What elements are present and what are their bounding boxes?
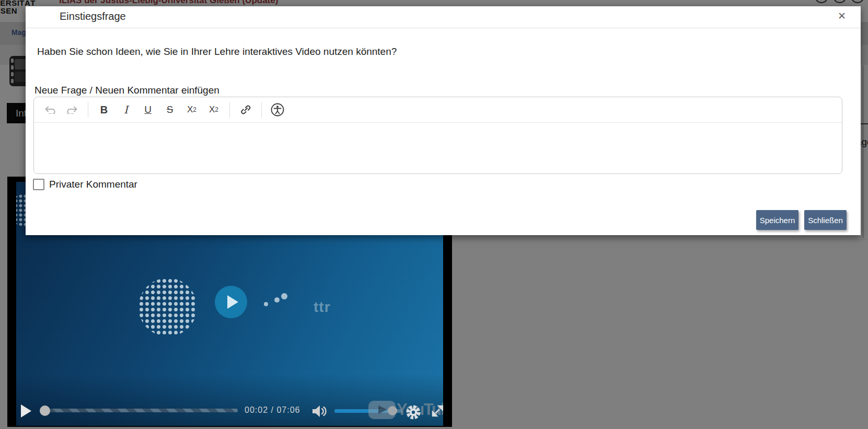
- play-button[interactable]: [20, 404, 32, 418]
- accessibility-icon[interactable]: [269, 101, 286, 119]
- halftone-circle: [138, 278, 197, 337]
- save-button[interactable]: Speichern: [756, 210, 798, 230]
- bold-button[interactable]: B: [95, 101, 113, 119]
- subscript-base: X: [187, 105, 193, 115]
- toolbar-separator: [88, 102, 88, 118]
- volume-icon[interactable]: [312, 405, 328, 418]
- time-current: 00:02: [245, 405, 268, 414]
- close-button[interactable]: Schließen: [804, 210, 847, 230]
- decorative-dot: [281, 293, 287, 299]
- superscript-base: X: [209, 105, 215, 115]
- editor-toolbar: B I U S X2 X2: [34, 97, 842, 123]
- youtube-logo-icon: [368, 401, 396, 419]
- strikethrough-button[interactable]: S: [161, 101, 179, 119]
- modal-header: Einstiegsfrage ✕: [26, 6, 861, 28]
- screen: ILIAS der Justus-Liebig-Universität Gieß…: [0, 0, 868, 429]
- video-watermark-text: ttr: [314, 299, 331, 316]
- subscript-button[interactable]: X2: [183, 101, 201, 119]
- time-total: 07:06: [276, 405, 300, 414]
- private-comment-row: Privater Kommentar: [33, 179, 137, 190]
- superscript-digit: 2: [215, 106, 218, 113]
- link-icon[interactable]: [237, 101, 254, 119]
- toolbar-separator: [229, 102, 230, 118]
- progress-scrubber[interactable]: [40, 405, 50, 416]
- question-text: Haben Sie schon Ideen, wie Sie in Ihrer …: [37, 46, 397, 57]
- fullscreen-icon[interactable]: [431, 404, 443, 418]
- time-separator: /: [271, 405, 274, 414]
- editor-content-area[interactable]: [34, 123, 842, 173]
- modal-close-icon[interactable]: ✕: [836, 10, 848, 22]
- italic-button[interactable]: I: [117, 101, 135, 119]
- decorative-dot: [264, 302, 268, 306]
- time-display: 00:02 / 07:06: [245, 405, 300, 415]
- subscript-digit: 2: [193, 106, 196, 113]
- richtext-editor: B I U S X2 X2: [33, 97, 842, 174]
- modal-dialog: Einstiegsfrage ✕ Haben Sie schon Ideen, …: [26, 6, 861, 235]
- undo-icon[interactable]: [41, 101, 59, 119]
- video-center-play-button[interactable]: [215, 286, 247, 318]
- toolbar-separator: [261, 102, 262, 118]
- superscript-button[interactable]: X2: [205, 101, 223, 119]
- youtube-play-triangle: [378, 405, 387, 414]
- progress-bar[interactable]: [40, 409, 238, 412]
- settings-gear-icon[interactable]: [406, 404, 421, 420]
- private-comment-label: Privater Kommentar: [49, 179, 137, 190]
- redo-icon[interactable]: [63, 101, 81, 119]
- decorative-dot: [274, 297, 280, 303]
- editor-label: Neue Frage / Neuen Kommentar einfügen: [34, 85, 219, 96]
- private-comment-checkbox[interactable]: [33, 179, 44, 190]
- underline-button[interactable]: U: [139, 101, 157, 119]
- play-triangle-icon: [227, 295, 238, 309]
- modal-title: Einstiegsfrage: [60, 10, 126, 22]
